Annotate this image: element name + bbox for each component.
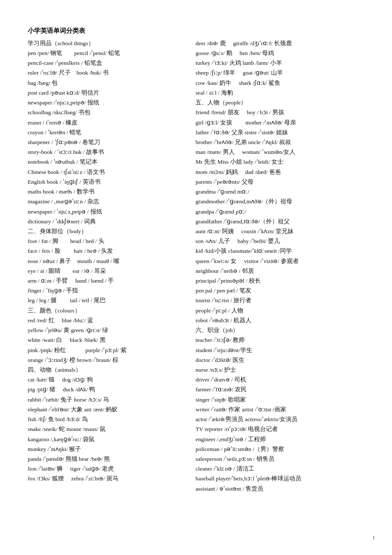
- right-line-44: baseball player/ˈbeis,bɔːl ˈpleiə/棒球运动员: [196, 474, 369, 483]
- left-line-40: kangaroo /ˌkæŋɡəˈruː/ 袋鼠: [28, 434, 187, 444]
- left-column: 学习用品（school things）pen /pen/ 钢笔 pencil /…: [28, 38, 191, 494]
- right-line-18: grandfather /ˈɡrænd,fɑːðə/（外）祖父: [196, 217, 369, 226]
- right-line-35: farmer /ˈfɑːmə/ 农民: [196, 384, 369, 394]
- left-line-17: newspaper / ˈnjuːz,peipə / 报纸: [28, 207, 187, 217]
- left-line-25: finger / ˈfiŋɡə / 手指: [28, 286, 187, 295]
- left-line-26: leg / leg / 腿 tail / teil / 尾巴: [28, 295, 187, 305]
- left-line-42: panda /ˈpændə/ 熊猫 bear /beə/ 熊: [28, 454, 187, 464]
- left-line-27: 三、颜色（colours）: [28, 306, 187, 315]
- right-line-36: singer /ˈsiŋə/ 歌唱家: [196, 395, 369, 405]
- right-line-39: TV reporter /riˈpɔːtə/ 电视台记者: [196, 424, 369, 434]
- right-line-11: man /mæn/ 男人 woman/ ˈwumən/女人: [196, 147, 369, 157]
- right-line-17: grandpa /ˈɡrænd pɑː/: [196, 207, 369, 217]
- left-line-11: story-book / ˈstɔːri buk / 故事书: [28, 147, 187, 157]
- right-line-8: girl /ɡɜːl/ 女孩 mother /ˈmʌðə/ 母亲: [196, 118, 369, 127]
- right-line-27: people /ˈpiːpl / 人物: [196, 306, 369, 315]
- left-line-3: ruler /ˈruːlə/ 尺子 book /buk/ 书: [28, 68, 187, 78]
- left-line-35: pig /piɡ/ 猪 duck /dʌk/ 鸭: [28, 384, 187, 394]
- two-column-layout: 学习用品（school things）pen /pen/ 钢笔 pencil /…: [28, 38, 369, 494]
- left-line-5: post card /pəust kɑːd/ 明信片: [28, 88, 187, 98]
- right-line-21: kid /kid/小孩 classmate/ˈklɑːsmeit /同学: [196, 246, 369, 256]
- right-line-25: pen pal / pen pæl / 笔友: [196, 286, 369, 295]
- left-line-43: lion /ˈlaiən/ 狮 tiger /ˈtaiɡə/ 老虎: [28, 464, 187, 474]
- right-line-22: queen /ˈkwiːn/ 女 visitor /ˈvizitə/ 参观者: [196, 256, 369, 266]
- right-line-16: grandmother /ˈɡrænd,mʌðə/（外）祖母: [196, 197, 369, 206]
- left-line-7: schoolbag /skuːlbæg/ 书包: [28, 107, 187, 117]
- right-line-20: son /sʌn/ 儿子 baby /ˈbeibi/ 婴儿: [196, 236, 369, 246]
- right-line-4: cow /kau/ 奶牛 shark /ʃɑːk/ 鲨鱼: [196, 78, 369, 88]
- right-line-37: writer /ˈraitə/ 作家 artist /ˈɑːtist /画家: [196, 405, 369, 414]
- left-line-20: foot / fut / 脚 head / hed / 头: [28, 236, 187, 246]
- left-line-10: sharpener / ˈʃɑːpənə / 卷笔刀: [28, 137, 187, 147]
- left-line-29: yellow /ˈjeləu/ 黄 green /ɡriːn/ 绿: [28, 325, 187, 335]
- right-line-2: turkey /ˈtɜːki/ 火鸡 lamb /læm/ 小羊: [196, 58, 369, 68]
- left-line-9: crayon / ˈkreiən / 蜡笔: [28, 127, 187, 137]
- left-line-24: arm / ɑːm / 手臂 hand / hænd / 手: [28, 276, 187, 286]
- left-line-41: monkey /ˈmʌŋki/ 猴子: [28, 444, 187, 454]
- right-line-0: deer /diə/ 鹿 giraffe /dʒiˈrɑːf/ 长颈鹿: [196, 38, 369, 48]
- left-line-38: fish /fiʃ/ 鱼 bird /bɜːd/ 鸟: [28, 414, 187, 424]
- left-line-6: newspaper /ˈnjuːz,peipə/ 报纸: [28, 98, 187, 107]
- left-line-32: orange /ˈɔːrindʒ/ 橙 brown /ˈbraun/ 棕: [28, 355, 187, 365]
- right-line-32: doctor /ˈdɔktə/ 医生: [196, 355, 369, 365]
- left-line-16: magazine / ˌmæɡəˈziːn / 杂志: [28, 197, 187, 206]
- right-line-5: seal / siːl / 海豹: [196, 88, 369, 98]
- page-title: 小学英语单词分类表: [28, 26, 369, 37]
- right-line-7: friend /frend/ 朋友 boy / bɔi / 男孩: [196, 107, 369, 117]
- left-line-22: nose / nəuz / 鼻子 mouth / mauθ / 嘴: [28, 256, 187, 266]
- left-line-4: bag /bæg/ 包: [28, 78, 187, 88]
- left-line-34: cat /kæt/ 猫 dog /dɔɡ/ 狗: [28, 375, 187, 384]
- left-line-33: 四、动物（animals）: [28, 365, 187, 375]
- right-line-43: cleaner /ˈkliːnə / 清洁工: [196, 464, 369, 474]
- left-line-36: rabbit /ˈræbit/ 兔子 horse /hɔːs/ 马: [28, 395, 187, 405]
- right-line-12: Mr 先生 Miss 小姐 lady /ˈleidi/ 女士: [196, 157, 369, 167]
- right-line-29: 六、职业（job）: [196, 325, 369, 335]
- right-line-15: grandma /ˈɡrænd mɑː/: [196, 187, 369, 197]
- left-line-2: pencil-case /ˈpenslkeis / 铅笔盒: [28, 58, 187, 68]
- right-line-45: assistant / əˈsistənt / 售货员: [196, 484, 369, 494]
- right-line-42: salesperson /ˈseilz,pɜːsn / 销售员: [196, 454, 369, 464]
- left-line-12: notebook / ˈnəutbuk / 笔记本: [28, 157, 187, 167]
- right-line-6: 五、人物（people）: [196, 98, 369, 107]
- right-line-24: principal /ˈprinsəpəl / 校长: [196, 276, 369, 286]
- right-line-41: policeman / pəˈliːsmən /（男）警察: [196, 444, 369, 454]
- right-line-26: tourist /ˈtuːrist / 旅行者: [196, 295, 369, 305]
- right-line-23: neighbour /ˈneibə / 邻居: [196, 266, 369, 276]
- left-line-30: white /wait/ 白 black /blæk/ 黑: [28, 335, 187, 345]
- right-line-19: aunt /ɑːnt/ 阿姨 cousin /ˈkʌzn/ 堂兄妹: [196, 226, 369, 236]
- right-line-31: student /ˈstjuːdənt/学生: [196, 345, 369, 355]
- right-line-3: sheep /ʃiːp/ 绵羊 goat /ɡəut/ 山羊: [196, 68, 369, 78]
- left-line-13: Chinese book / tʃaiˈniːz / 语文书: [28, 167, 187, 177]
- right-line-9: father /ˈfɑːðə/ 父亲 sister /ˈsistə/ 姐妹: [196, 127, 369, 137]
- left-line-0: 学习用品（school things）: [28, 38, 187, 48]
- right-line-13: mom /mɔm/ 妈妈 dad /dæd/ 爸爸: [196, 167, 369, 177]
- left-line-28: red /red/ 红 blue /bluː/ 蓝: [28, 315, 187, 325]
- left-line-8: eraser / iˈreisə / 橡皮: [28, 118, 187, 127]
- left-line-44: fox /fɔks/ 狐狸 zebra /ˈziːbrə/ 斑马: [28, 474, 187, 483]
- right-line-38: actor /ˈæktə/男演员 actress/ˈæktris/女演员: [196, 414, 369, 424]
- left-line-31: pink /piŋk/ 粉红 purple /ˈpɜːpl/ 紫: [28, 345, 187, 355]
- left-line-37: elephant /ˈelifənt/ 大象 ant /ænt/ 蚂蚁: [28, 405, 187, 414]
- right-line-34: driver /ˈdraivə / 司机: [196, 375, 369, 384]
- right-line-14: parents /ˈpeərənts/ 父母: [196, 177, 369, 187]
- right-line-10: brother /ˈbrʌðə/ 兄弟 uncle /ˈʌŋkl/ 叔叔: [196, 137, 369, 147]
- page-container: 小学英语单词分类表 学习用品（school things）pen /pen/ 钢…: [28, 26, 369, 494]
- left-line-23: eye / ai / 眼睛 ear / iə / 耳朵: [28, 266, 187, 276]
- left-line-14: English book / ˈiŋɡliʃ / 英语书: [28, 177, 187, 187]
- left-line-21: face / feis / 脸 hair / heə / 头发: [28, 246, 187, 256]
- right-line-1: goose /ɡuːs/ 鹅 hen /hen/ 母鸡: [196, 48, 369, 58]
- left-line-19: 二、身体部位（body）: [28, 226, 187, 236]
- right-line-40: engineer /ˌendʒiˈniə / 工程师: [196, 434, 369, 444]
- left-line-18: dictionary / ˈdikʃəneri / 词典: [28, 217, 187, 226]
- left-line-39: snake /sneik/ 蛇 mouse /maus/ 鼠: [28, 424, 187, 434]
- left-line-1: pen /pen/ 钢笔 pencil /ˈpensl/ 铅笔: [28, 48, 187, 58]
- right-column: deer /diə/ 鹿 giraffe /dʒiˈrɑːf/ 长颈鹿goose…: [191, 38, 369, 494]
- right-line-30: teacher /ˈtiːtʃə/ 教师: [196, 335, 369, 345]
- right-line-28: robot /ˈrəubɔt / 机器人: [196, 315, 369, 325]
- right-line-33: nurse /nɜːs/ 护士: [196, 365, 369, 375]
- left-line-15: maths book / mæθs / 数学书: [28, 187, 187, 197]
